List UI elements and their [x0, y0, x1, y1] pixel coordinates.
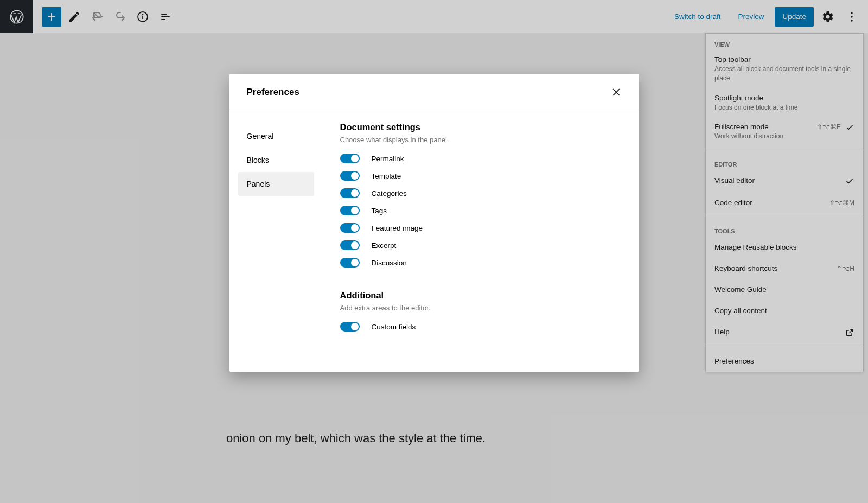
toggle-permalink[interactable]: [340, 154, 360, 163]
modal-header: Preferences: [229, 74, 639, 109]
modal-nav: General Blocks Panels: [229, 109, 323, 339]
document-settings-desc: Choose what displays in the panel.: [340, 136, 622, 144]
toggle-custom-fields[interactable]: [340, 322, 360, 332]
nav-general[interactable]: General: [238, 124, 314, 148]
nav-blocks[interactable]: Blocks: [238, 148, 314, 172]
toggle-row-categories: Categories: [340, 188, 622, 198]
modal-title: Preferences: [247, 87, 299, 98]
toggle-row-permalink: Permalink: [340, 154, 622, 163]
modal-backdrop: Preferences General Blocks Panels Docume…: [0, 0, 868, 503]
close-button[interactable]: [609, 85, 624, 100]
additional-title: Additional: [340, 290, 622, 301]
additional-desc: Add extra areas to the editor.: [340, 304, 622, 312]
toggle-row-featured-image: Featured image: [340, 223, 622, 233]
modal-content: Document settings Choose what displays i…: [323, 109, 639, 339]
toggle-row-tags: Tags: [340, 206, 622, 215]
document-settings-title: Document settings: [340, 122, 622, 132]
preferences-modal: Preferences General Blocks Panels Docume…: [229, 74, 639, 372]
toggle-tags[interactable]: [340, 206, 360, 215]
toggle-row-template: Template: [340, 171, 622, 181]
toggle-featured-image[interactable]: [340, 223, 360, 233]
toggle-excerpt[interactable]: [340, 240, 360, 250]
toggle-template[interactable]: [340, 171, 360, 181]
toggle-discussion[interactable]: [340, 258, 360, 268]
toggle-row-discussion: Discussion: [340, 258, 622, 268]
nav-panels[interactable]: Panels: [238, 172, 314, 196]
toggle-categories[interactable]: [340, 188, 360, 198]
toggle-row-excerpt: Excerpt: [340, 240, 622, 250]
toggle-row-custom-fields: Custom fields: [340, 322, 622, 332]
